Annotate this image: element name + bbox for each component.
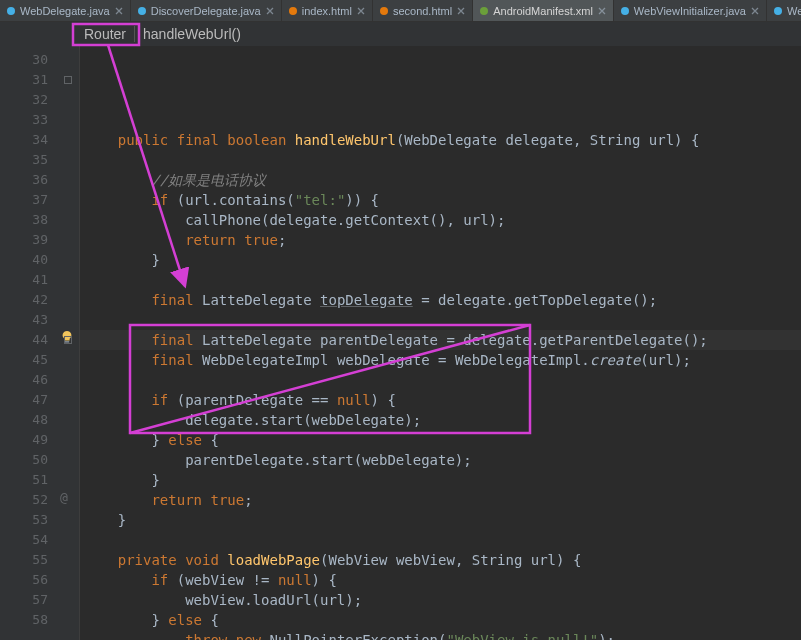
line-number: 46: [0, 370, 48, 390]
close-icon[interactable]: [265, 6, 275, 16]
line-number: 32: [0, 90, 48, 110]
file-tab-label: WebViewInitializer.java: [634, 5, 746, 17]
code-line[interactable]: final WebDelegateImpl webDelegate = WebD…: [84, 350, 801, 370]
line-number: 43: [0, 310, 48, 330]
line-number: 50: [0, 450, 48, 470]
close-icon[interactable]: [356, 6, 366, 16]
svg-point-0: [7, 7, 15, 15]
svg-point-5: [621, 7, 629, 15]
code-line[interactable]: throw new NullPointerException("WebView …: [84, 630, 801, 640]
line-number-gutter: 3031323334353637383940414243444546474849…: [0, 46, 56, 640]
file-tab-label: WebViewClientImpl.java: [787, 5, 801, 17]
line-number: 47: [0, 390, 48, 410]
svg-point-6: [774, 7, 782, 15]
code-line[interactable]: webView.loadUrl(url);: [84, 590, 801, 610]
breadcrumb-method[interactable]: handleWebUrl(): [134, 26, 249, 42]
line-number: 42: [0, 290, 48, 310]
line-number: 37: [0, 190, 48, 210]
file-java-icon: [620, 6, 630, 16]
line-number: 41: [0, 270, 48, 290]
file-java-icon: [137, 6, 147, 16]
file-tab[interactable]: DiscoverDelegate.java: [131, 0, 282, 21]
file-tab-label: DiscoverDelegate.java: [151, 5, 261, 17]
file-tab[interactable]: AndroidManifest.xml: [473, 0, 614, 21]
line-number: 34: [0, 130, 48, 150]
svg-point-4: [480, 7, 488, 15]
file-java-icon: [6, 6, 16, 16]
close-icon[interactable]: [114, 6, 124, 16]
line-number: 36: [0, 170, 48, 190]
code-line[interactable]: parentDelegate.start(webDelegate);: [84, 450, 801, 470]
code-line[interactable]: delegate.start(webDelegate);: [84, 410, 801, 430]
file-tab[interactable]: index.html: [282, 0, 373, 21]
line-number: 53: [0, 510, 48, 530]
code-editor[interactable]: 3031323334353637383940414243444546474849…: [0, 46, 801, 640]
code-line[interactable]: } else {: [84, 610, 801, 630]
svg-point-3: [380, 7, 388, 15]
line-number: 48: [0, 410, 48, 430]
line-number: 55: [0, 550, 48, 570]
file-html-icon: [288, 6, 298, 16]
line-number: 31: [0, 70, 48, 90]
breadcrumb: Router handleWebUrl(): [0, 22, 801, 46]
file-tab-label: index.html: [302, 5, 352, 17]
file-tab-strip: WebDelegate.javaDiscoverDelegate.javaind…: [0, 0, 801, 22]
line-number: 44: [0, 330, 48, 350]
file-tab-label: WebDelegate.java: [20, 5, 110, 17]
code-line[interactable]: public final boolean handleWebUrl(WebDel…: [84, 130, 801, 150]
code-line[interactable]: }: [84, 470, 801, 490]
file-tab[interactable]: second.html: [373, 0, 473, 21]
svg-point-2: [289, 7, 297, 15]
line-number: 51: [0, 470, 48, 490]
close-icon[interactable]: [750, 6, 760, 16]
code-line[interactable]: [84, 310, 801, 330]
code-line[interactable]: return true;: [84, 230, 801, 250]
code-line[interactable]: [84, 270, 801, 290]
file-java-icon: [773, 6, 783, 16]
code-line[interactable]: final LatteDelegate topDelegate = delega…: [84, 290, 801, 310]
line-number: 58: [0, 610, 48, 630]
line-number: 56: [0, 570, 48, 590]
gutter-change-marker: @: [60, 490, 68, 505]
file-tab-label: second.html: [393, 5, 452, 17]
code-line[interactable]: if (parentDelegate == null) {: [84, 390, 801, 410]
code-line[interactable]: }: [84, 510, 801, 530]
file-tab[interactable]: WebViewInitializer.java: [614, 0, 767, 21]
line-number: 52: [0, 490, 48, 510]
gutter-marks: @: [56, 46, 80, 640]
code-line[interactable]: [84, 530, 801, 550]
line-number: 49: [0, 430, 48, 450]
fold-icon[interactable]: [64, 76, 72, 84]
code-line[interactable]: callPhone(delegate.getContext(), url);: [84, 210, 801, 230]
breadcrumb-class[interactable]: Router: [76, 26, 134, 42]
line-number: 54: [0, 530, 48, 550]
line-number: 38: [0, 210, 48, 230]
code-line[interactable]: [84, 110, 801, 130]
file-xml-icon: [479, 6, 489, 16]
line-number: 57: [0, 590, 48, 610]
line-number: 33: [0, 110, 48, 130]
code-area[interactable]: public final boolean handleWebUrl(WebDel…: [80, 46, 801, 640]
code-line[interactable]: private void loadWebPage(WebView webView…: [84, 550, 801, 570]
code-line[interactable]: }: [84, 250, 801, 270]
file-html-icon: [379, 6, 389, 16]
file-tab-label: AndroidManifest.xml: [493, 5, 593, 17]
code-line[interactable]: //如果是电话协议: [84, 170, 801, 190]
fold-icon[interactable]: [64, 336, 72, 344]
close-icon[interactable]: [456, 6, 466, 16]
code-line[interactable]: [84, 150, 801, 170]
line-number: 30: [0, 50, 48, 70]
code-line[interactable]: final LatteDelegate parentDelegate = del…: [84, 330, 801, 350]
line-number: 40: [0, 250, 48, 270]
line-number: 45: [0, 350, 48, 370]
code-line[interactable]: } else {: [84, 430, 801, 450]
code-line[interactable]: [84, 370, 801, 390]
file-tab[interactable]: WebDelegate.java: [0, 0, 131, 21]
file-tab[interactable]: WebViewClientImpl.java: [767, 0, 801, 21]
line-number: 35: [0, 150, 48, 170]
svg-point-1: [138, 7, 146, 15]
code-line[interactable]: if (webView != null) {: [84, 570, 801, 590]
code-line[interactable]: if (url.contains("tel:")) {: [84, 190, 801, 210]
code-line[interactable]: return true;: [84, 490, 801, 510]
close-icon[interactable]: [597, 6, 607, 16]
